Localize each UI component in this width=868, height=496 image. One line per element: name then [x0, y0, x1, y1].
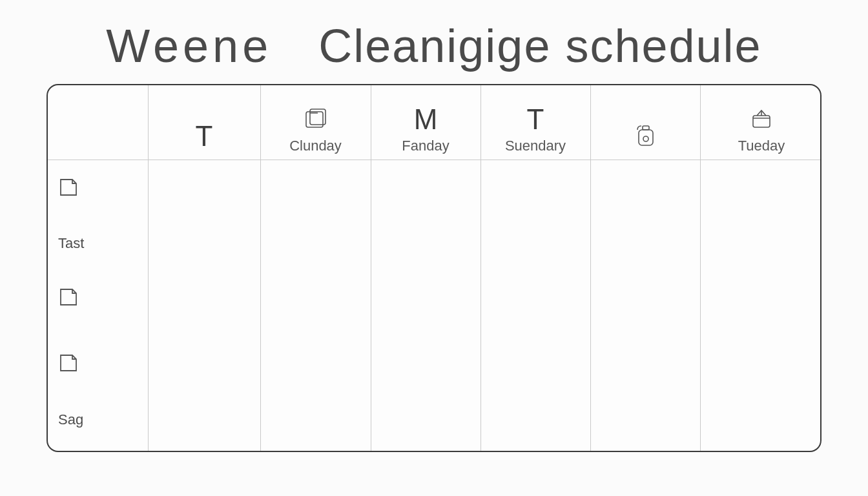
task-row: Sag [57, 411, 141, 428]
day-label: Tueday [738, 138, 785, 154]
day-letter: M [414, 105, 438, 134]
day-column-header [590, 85, 700, 160]
day-label: Fanday [402, 138, 449, 154]
day-letter: T [527, 105, 544, 134]
schedule-page: Weene Cleanigige schedule T Clu [0, 0, 868, 496]
task-label: Sag [58, 411, 83, 428]
day-label: Suendary [505, 138, 566, 154]
note-icon [57, 285, 80, 311]
grid-divider [48, 160, 820, 160]
day-column-header: T [148, 85, 260, 160]
day-column-header: Clunday [260, 85, 371, 160]
task-row: Tast [57, 235, 141, 252]
box-icon [748, 107, 775, 134]
schedule-grid: T Clunday M Fanday T Suendary [46, 84, 822, 452]
day-letter: T [196, 122, 213, 150]
day-column-header: T Suendary [480, 85, 590, 160]
folder-icon [302, 107, 329, 134]
task-row [57, 285, 141, 311]
task-label: Tast [58, 235, 84, 252]
page-title: Weene Cleanigige schedule [0, 19, 868, 72]
note-icon [57, 351, 80, 377]
task-row [57, 176, 141, 202]
note-icon [57, 176, 80, 202]
svg-rect-3 [643, 126, 649, 130]
title-part2: Cleanigige schedule [318, 20, 761, 72]
svg-rect-5 [753, 116, 770, 127]
day-column-header: Tueday [700, 85, 822, 160]
task-row [57, 351, 141, 377]
jug-icon [632, 122, 658, 150]
title-part1: Weene [106, 20, 272, 72]
svg-rect-2 [639, 130, 653, 145]
day-column-header: M Fanday [371, 85, 480, 160]
day-label: Clunday [289, 138, 342, 154]
svg-point-4 [643, 136, 648, 141]
